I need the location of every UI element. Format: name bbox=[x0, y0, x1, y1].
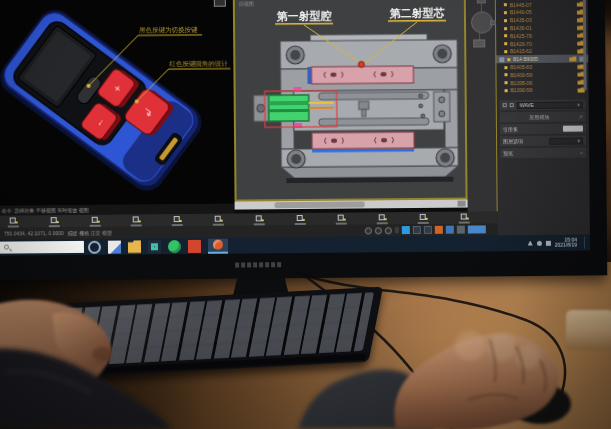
photo-scene: ← + ↲ bbox=[0, 0, 611, 429]
hands-overlay bbox=[0, 0, 611, 429]
left-hand bbox=[0, 300, 172, 429]
right-hand bbox=[298, 331, 571, 429]
